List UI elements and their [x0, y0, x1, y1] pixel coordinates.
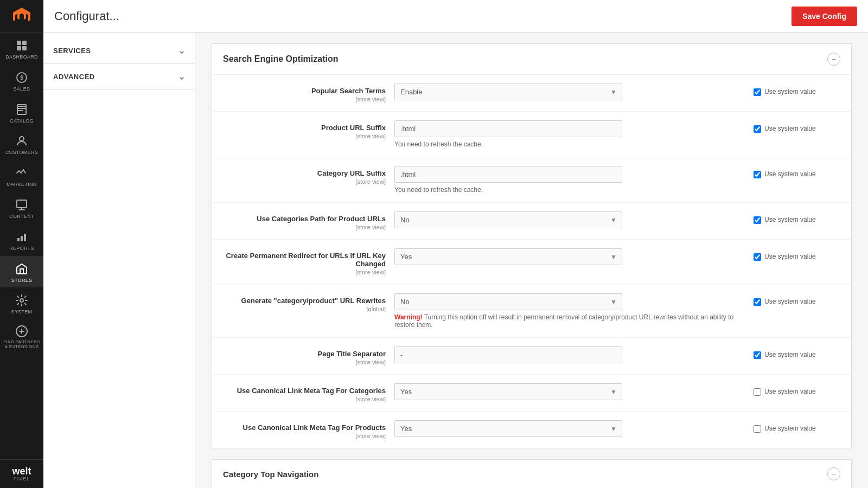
- field-sub-label: [store view]: [223, 178, 386, 185]
- system-col-url-rewrites: Use system value: [754, 293, 840, 306]
- field-label: Use Canonical Link Meta Tag For Categori…: [223, 387, 386, 395]
- accordion-advanced-label: ADVANCED: [53, 73, 95, 81]
- sidebar-item-catalog[interactable]: CATALOG: [0, 97, 43, 129]
- system-label: Use system value: [764, 88, 816, 97]
- categories-path-select[interactable]: No Yes: [394, 211, 622, 228]
- warning-label: Warning!: [394, 313, 423, 321]
- welt-brand: welt: [12, 466, 31, 476]
- label-col-popular-search: Popular Search Terms [store view]: [223, 84, 386, 102]
- sidebar-item-content[interactable]: CONTENT: [0, 192, 43, 224]
- system-icon: [15, 294, 28, 307]
- sidebar-item-sales[interactable]: $ SALES: [0, 65, 43, 97]
- accordion-services-arrow: ⌄: [178, 46, 186, 56]
- customers-icon: [15, 134, 28, 147]
- canonical-products-select[interactable]: Yes No: [394, 420, 622, 437]
- field-sub-label: [store view]: [223, 133, 386, 139]
- form-row-product-url-suffix: Product URL Suffix [store view] You need…: [212, 112, 851, 157]
- url-rewrites-select[interactable]: No Yes: [394, 293, 622, 310]
- sidebar-item-reports[interactable]: REPORTS: [0, 224, 43, 256]
- accordion-advanced-header[interactable]: ADVANCED ⌄: [43, 64, 195, 89]
- system-label: Use system value: [764, 216, 816, 224]
- svg-text:$: $: [20, 75, 23, 81]
- extensions-icon: [15, 325, 28, 338]
- system-col-product-url: Use system value: [754, 120, 840, 133]
- system-label: Use system value: [764, 425, 816, 433]
- form-row-canonical-categories: Use Canonical Link Meta Tag For Categori…: [212, 375, 851, 412]
- field-label: Use Canonical Link Meta Tag For Products: [223, 423, 386, 432]
- stores-icon: [15, 262, 28, 275]
- sidebar-item-label: SYSTEM: [11, 309, 33, 315]
- use-system-checkbox-canonical-cat[interactable]: [754, 388, 761, 396]
- select-wrap-canonical-prod: Yes No ▼: [394, 420, 622, 437]
- field-label: Page Title Separator: [223, 350, 386, 358]
- sidebar-item-system[interactable]: SYSTEM: [0, 287, 43, 319]
- seo-section-toggle[interactable]: −: [827, 53, 840, 66]
- form-row-categories-path: Use Categories Path for Product URLs [st…: [212, 203, 851, 240]
- sidebar-item-extensions[interactable]: FIND PARTNERS & EXTENSIONS: [0, 319, 43, 355]
- field-warning: Warning! Turning this option off will re…: [394, 313, 745, 329]
- product-url-suffix-input[interactable]: [394, 120, 622, 137]
- system-label: Use system value: [764, 351, 816, 359]
- field-label: Use Categories Path for Product URLs: [223, 215, 386, 223]
- field-label: Product URL Suffix: [223, 124, 386, 132]
- field-sub-label: [store view]: [223, 396, 386, 402]
- svg-point-7: [20, 137, 24, 141]
- sidebar-item-label: CATALOG: [10, 118, 34, 124]
- sidebar-item-stores[interactable]: STORES: [0, 256, 43, 288]
- page-title-separator-input[interactable]: [394, 346, 622, 363]
- use-system-checkbox-url-rewrites[interactable]: [754, 298, 761, 306]
- use-system-checkbox-page-title-sep[interactable]: [754, 351, 761, 359]
- reports-icon: [15, 230, 28, 243]
- system-col-canonical-prod: Use system value: [754, 420, 840, 433]
- control-col-categories-path: No Yes ▼: [394, 211, 745, 228]
- control-col-page-title-sep: [394, 346, 745, 363]
- form-row-page-title-separator: Page Title Separator [store view] Use sy…: [212, 338, 851, 375]
- select-wrap-popular-search: Enable Disable ▼: [394, 84, 622, 100]
- field-label: Popular Search Terms: [223, 87, 386, 95]
- sidebar-item-dashboard[interactable]: DASHBOARD: [0, 33, 43, 65]
- popular-search-terms-select[interactable]: Enable Disable: [394, 84, 622, 100]
- system-col-category-url: Use system value: [754, 166, 840, 179]
- left-panel: SERVICES ⌄ ADVANCED ⌄: [43, 33, 195, 488]
- label-col-categories-path: Use Categories Path for Product URLs [st…: [223, 211, 386, 230]
- accordion-services-header[interactable]: SERVICES ⌄: [43, 38, 195, 63]
- system-col-categories-path: Use system value: [754, 211, 840, 224]
- control-col-canonical-prod: Yes No ▼: [394, 420, 745, 437]
- field-sub-label: [global]: [223, 306, 386, 312]
- use-system-checkbox-category-url[interactable]: [754, 171, 761, 178]
- use-system-checkbox-permanent-redirect[interactable]: [754, 253, 761, 261]
- category-top-nav-toggle[interactable]: −: [827, 467, 840, 480]
- field-hint: You need to refresh the cache.: [394, 186, 745, 194]
- welt-sub: PIXEL: [14, 476, 30, 481]
- system-label: Use system value: [764, 253, 816, 261]
- use-system-checkbox-popular-search[interactable]: [754, 88, 761, 96]
- field-label: Create Permanent Redirect for URLs if UR…: [223, 252, 386, 268]
- field-sub-label: [store view]: [223, 359, 386, 365]
- dashboard-icon: [15, 39, 28, 52]
- sidebar-item-marketing[interactable]: MARKETING: [0, 160, 43, 192]
- save-config-button[interactable]: Save Config: [792, 7, 857, 26]
- permanent-redirect-select[interactable]: Yes No: [394, 248, 622, 265]
- svg-rect-2: [17, 46, 21, 50]
- seo-section: Search Engine Optimization − Popular Sea…: [212, 43, 852, 448]
- category-top-nav-section: Category Top Navigation −: [212, 459, 852, 488]
- category-top-nav-header[interactable]: Category Top Navigation −: [212, 460, 851, 488]
- svg-rect-10: [21, 236, 23, 241]
- form-row-permanent-redirect: Create Permanent Redirect for URLs if UR…: [212, 240, 851, 285]
- sidebar-item-label: FIND PARTNERS & EXTENSIONS: [2, 340, 41, 350]
- form-row-url-rewrites: Generate "category/product" URL Rewrites…: [212, 285, 851, 338]
- page-header: Configurat... Save Config: [43, 0, 868, 33]
- accordion-advanced-arrow: ⌄: [178, 72, 186, 82]
- svg-rect-3: [22, 46, 27, 50]
- control-col-permanent-redirect: Yes No ▼: [394, 248, 745, 265]
- canonical-categories-select[interactable]: Yes No: [394, 383, 622, 400]
- use-system-checkbox-canonical-prod[interactable]: [754, 425, 761, 433]
- sidebar-item-customers[interactable]: CUSTOMERS: [0, 128, 43, 160]
- category-url-suffix-input[interactable]: [394, 166, 622, 183]
- use-system-checkbox-categories-path[interactable]: [754, 216, 761, 224]
- use-system-checkbox-product-url[interactable]: [754, 125, 761, 133]
- seo-section-header[interactable]: Search Engine Optimization −: [212, 44, 851, 75]
- control-col-url-rewrites: No Yes ▼ Warning! Turning this option of…: [394, 293, 745, 329]
- seo-section-title: Search Engine Optimization: [223, 54, 338, 64]
- system-col-page-title-sep: Use system value: [754, 346, 840, 359]
